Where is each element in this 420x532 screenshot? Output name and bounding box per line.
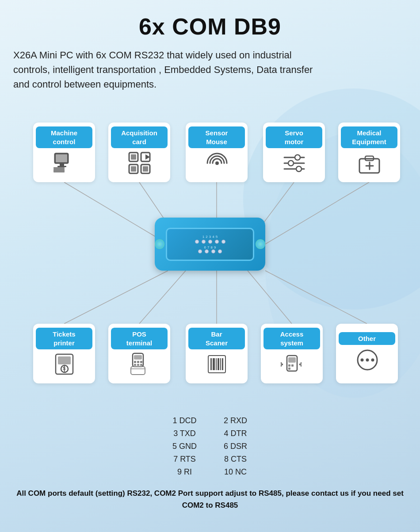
pin-9-ri: 9 RI	[172, 466, 197, 478]
card-pos-icon	[127, 352, 152, 379]
svg-line-5	[64, 271, 168, 324]
card-bar-scanner: BarScaner	[186, 324, 248, 383]
pin-1-dcd: 1 DCD	[172, 414, 197, 427]
svg-rect-46	[137, 364, 139, 366]
db9-connector: 12345 6789	[155, 218, 265, 271]
svg-rect-55	[220, 358, 221, 370]
card-machine-control: Machinecontrol	[33, 122, 95, 182]
svg-rect-13	[57, 166, 66, 167]
card-machine-label: Machinecontrol	[36, 126, 92, 148]
db9-pins-row1	[195, 240, 225, 244]
card-pos-terminal: POSterminal	[108, 324, 170, 383]
db9-body: 12345 6789	[166, 228, 254, 261]
card-other: Other	[336, 324, 398, 383]
card-medical-icon	[357, 151, 382, 178]
pin-8-cts: 8 CTS	[223, 453, 248, 466]
svg-text:$: $	[63, 366, 65, 371]
card-pos-label: POSterminal	[111, 328, 168, 349]
card-acquisition-label: Acquisitioncard	[111, 126, 168, 148]
card-sensor-label: SensorMouse	[188, 126, 245, 148]
card-medical-label: MedicalEquipment	[341, 126, 397, 148]
svg-rect-58	[288, 357, 296, 363]
pin-3-txd: 3 TXD	[172, 427, 197, 440]
page-title: 6x COM DB9	[13, 13, 407, 40]
card-tickets-printer: Ticketsprinter $	[33, 324, 95, 383]
svg-point-64	[366, 359, 369, 362]
pin-7-rts: 7 RTS	[172, 453, 197, 466]
svg-rect-12	[60, 164, 64, 166]
card-tickets-icon: $	[52, 352, 76, 379]
card-servo-icon	[282, 151, 306, 178]
pin-5-gnd: 5 GND	[172, 440, 197, 453]
svg-rect-48	[131, 367, 145, 375]
card-other-icon	[355, 348, 379, 375]
card-access-icon	[280, 352, 304, 379]
svg-line-4	[265, 182, 369, 244]
svg-point-65	[371, 359, 374, 362]
footer-note-text: All COM ports default (setting) RS232, C…	[16, 489, 404, 509]
card-access-label: Accesssystem	[263, 328, 320, 349]
card-servo-label: Servomotor	[266, 126, 322, 148]
svg-rect-53	[216, 358, 217, 370]
svg-line-8	[248, 271, 292, 324]
pin-table-section: 1 DCD 2 RXD 3 TXD 4 DTR 5 GND 6 DSR 7 RT…	[13, 414, 407, 478]
card-sensor-icon	[205, 151, 229, 178]
svg-rect-41	[134, 355, 142, 360]
db9-screw-left	[155, 239, 164, 249]
svg-rect-44	[140, 361, 142, 363]
pin-4-dtr: 4 DTR	[223, 427, 248, 440]
svg-point-24	[215, 161, 219, 165]
db9-pins-row2	[198, 249, 222, 253]
svg-rect-23	[143, 166, 148, 172]
card-machine-icon	[52, 151, 76, 178]
svg-rect-52	[213, 358, 215, 370]
pin-table: 1 DCD 2 RXD 3 TXD 4 DTR 5 GND 6 DSR 7 RT…	[172, 414, 248, 478]
svg-rect-54	[218, 358, 219, 370]
svg-rect-59	[288, 364, 290, 367]
svg-rect-43	[137, 361, 139, 363]
svg-rect-47	[140, 364, 142, 366]
card-access-system: Accesssystem	[261, 324, 323, 383]
card-medical-equipment: MedicalEquipment	[338, 122, 400, 182]
svg-line-6	[139, 271, 186, 324]
svg-rect-60	[291, 364, 294, 367]
svg-rect-36	[58, 356, 71, 364]
svg-line-9	[265, 271, 367, 324]
card-acquisition-icon	[127, 151, 152, 178]
svg-rect-14	[53, 167, 65, 169]
card-bar-icon	[205, 352, 229, 379]
pin-6-dsr: 6 DSR	[223, 440, 248, 453]
db9-screw-right	[256, 239, 265, 249]
card-other-label: Other	[339, 332, 395, 345]
svg-rect-56	[222, 358, 223, 370]
pin-10-nc: 10 NC	[223, 466, 248, 478]
svg-point-28	[295, 155, 300, 160]
svg-rect-15	[53, 169, 65, 172]
db9-labels-row1: 12345	[202, 235, 218, 239]
svg-rect-61	[288, 367, 290, 370]
pin-2-rxd: 2 RXD	[223, 414, 248, 427]
card-servo-motor: Servomotor	[263, 122, 325, 182]
db9-labels-row2: 6789	[204, 245, 216, 249]
svg-rect-17	[131, 154, 136, 160]
svg-rect-51	[210, 358, 212, 370]
footer-note: All COM ports default (setting) RS232, C…	[13, 487, 407, 511]
svg-point-30	[296, 166, 302, 172]
svg-rect-21	[131, 166, 136, 172]
svg-rect-11	[56, 154, 67, 162]
svg-point-29	[288, 161, 294, 166]
svg-point-63	[360, 359, 363, 362]
card-tickets-label: Ticketsprinter	[36, 328, 92, 349]
diagram-area: Machinecontrol Acquisitioncard	[13, 105, 407, 406]
card-sensor-mouse: SensorMouse	[186, 122, 248, 182]
card-acquisition: Acquisitioncard	[108, 122, 170, 182]
svg-rect-45	[134, 364, 136, 366]
card-bar-label: BarScaner	[188, 328, 245, 349]
page-description: X26A Mini PC with 6x COM RS232 that wide…	[13, 48, 323, 92]
svg-rect-42	[134, 361, 136, 363]
svg-line-0	[64, 182, 168, 244]
